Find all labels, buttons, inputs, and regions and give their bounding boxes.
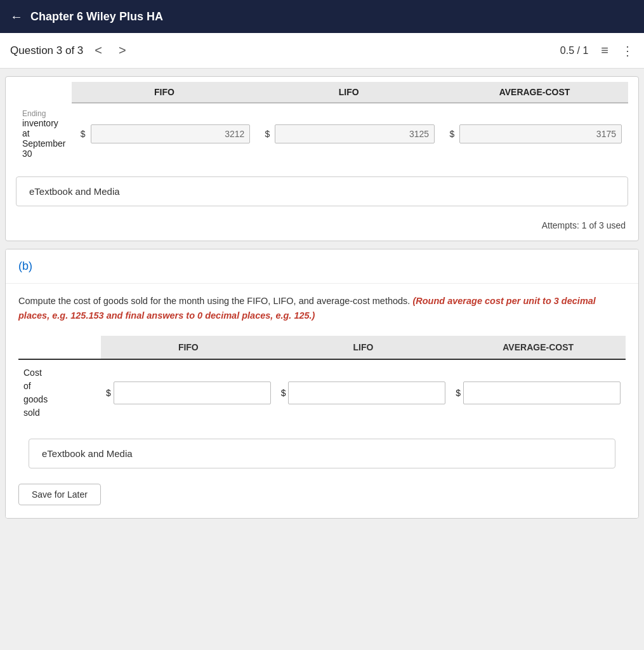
part-b-table: FIFO LIFO AVERAGE-COST Costofgoodssold $ [18,336,626,426]
ending-inventory-label: Ending inventoryat September30 [16,103,72,164]
b-fifo-dollar: $ [106,388,111,398]
avg-dollar: $ [447,129,457,139]
b-lifo-header: LIFO [276,336,451,359]
question-nav-right: 0.5 / 1 ≡ ⋮ [560,43,634,58]
fifo-dollar: $ [78,129,88,139]
next-question-button[interactable]: > [114,41,131,60]
topbar-title: Chapter 6 Wiley Plus HA [30,10,163,23]
b-lifo-cell: $ [276,359,451,426]
lifo-ending-inventory-input[interactable] [275,124,435,143]
question-nav-bar: Question 3 of 3 < > 0.5 / 1 ≡ ⋮ [0,33,644,69]
topbar: ← Chapter 6 Wiley Plus HA [0,0,644,33]
cost-of-goods-sold-row: Costofgoodssold $ $ [18,359,626,426]
back-icon[interactable]: ← [10,10,23,24]
part-a-table: FIFO LIFO AVERAGE-COST Ending inventorya… [16,82,628,164]
avg-input-cell: $ [441,103,628,164]
b-avg-input[interactable] [463,381,621,404]
part-b-header: (b) [6,249,638,284]
part-b-etextbook-link[interactable]: eTextbook and Media [29,439,615,468]
part-b-label: (b) [18,260,32,272]
score-label: 0.5 / 1 [560,45,588,56]
save-for-later-button[interactable]: Save for Later [18,484,101,505]
avg-ending-inventory-input[interactable] [459,124,622,143]
part-a-table-section: FIFO LIFO AVERAGE-COST Ending inventorya… [6,77,638,169]
part-b-content: Compute the cost of goods sold for the m… [6,284,638,518]
part-b-section: (b) Compute the cost of goods sold for t… [5,249,639,519]
ending-inventory-row: Ending inventoryat September30 $ $ [16,103,628,164]
b-avg-cell: $ [450,359,626,426]
part-a-section: FIFO LIFO AVERAGE-COST Ending inventorya… [5,76,639,241]
prev-question-button[interactable]: < [89,41,107,60]
fifo-header: FIFO [72,82,256,103]
lifo-header: LIFO [256,82,441,103]
attempts-label: Attempts: 1 of 3 used [6,214,638,241]
b-lifo-dollar: $ [281,388,286,398]
fifo-input-cell: $ [72,103,256,164]
question-label: Question 3 of 3 [10,44,83,57]
b-lifo-input[interactable] [288,381,445,404]
part-a-etextbook-link[interactable]: eTextbook and Media [16,176,628,206]
fifo-ending-inventory-input[interactable] [91,124,251,143]
part-b-instruction: Compute the cost of goods sold for the m… [18,294,626,323]
list-icon[interactable]: ≡ [601,43,608,58]
lifo-dollar: $ [263,129,272,139]
b-avg-header: AVERAGE-COST [450,336,626,359]
b-fifo-cell: $ [101,359,276,426]
b-avg-dollar: $ [456,388,461,398]
b-fifo-header: FIFO [101,336,276,359]
lifo-input-cell: $ [256,103,441,164]
cost-of-goods-label: Costofgoodssold [18,359,101,426]
question-nav-left: Question 3 of 3 < > [10,41,131,60]
b-fifo-input[interactable] [114,381,271,404]
avg-cost-header: AVERAGE-COST [441,82,628,103]
more-options-icon[interactable]: ⋮ [621,43,634,58]
